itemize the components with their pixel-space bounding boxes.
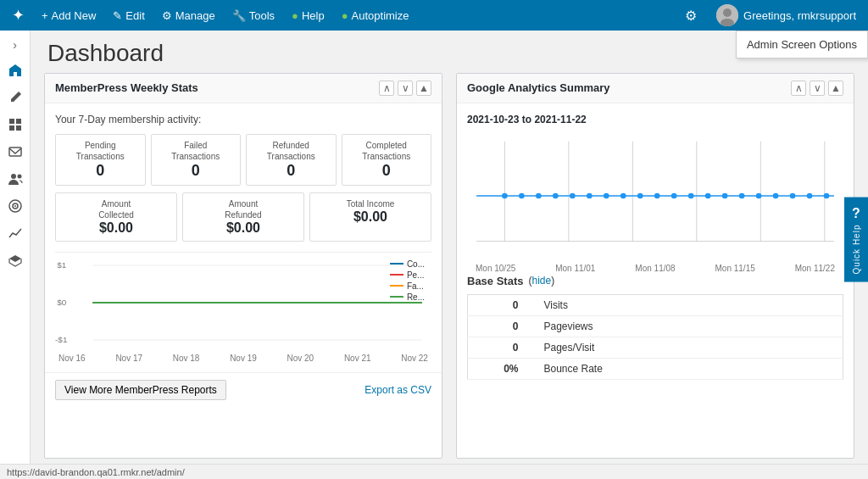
- hide-stats-link[interactable]: hide: [531, 275, 551, 287]
- ga-x-axis: Mon 10/25 Mon 11/01 Mon 11/08 Mon 11/15 …: [467, 264, 843, 273]
- stat-amount-refunded: AmountRefunded $0.00: [182, 192, 304, 242]
- google-analytics-controls: ∧ ∨ ▲: [791, 81, 843, 96]
- nav-autoptimize[interactable]: ● Autoptimize: [335, 0, 416, 31]
- svg-point-42: [671, 192, 677, 198]
- memberpress-widget: MemberPress Weekly Stats ∧ ∨ ▲ Your 7-Da…: [44, 73, 442, 459]
- stats-boxes-row1: PendingTransactions 0 FailedTransactions…: [55, 134, 431, 186]
- autoptimize-icon: ●: [342, 9, 348, 22]
- memberpress-chart: $1 $0 -$1 Co... Pe... Fa...: [55, 252, 431, 362]
- ga-chart-svg: [467, 132, 843, 259]
- svg-point-37: [587, 192, 593, 198]
- ga-close[interactable]: ▲: [828, 81, 843, 96]
- svg-rect-3: [9, 119, 14, 124]
- ga-collapse-up[interactable]: ∧: [791, 81, 806, 96]
- svg-point-48: [773, 192, 779, 198]
- table-row: 0 Visits: [468, 294, 843, 315]
- sidebar-toggle[interactable]: ›: [3, 34, 28, 56]
- export-csv-link[interactable]: Export as CSV: [364, 384, 431, 396]
- top-nav: ✦ + Add New ✎ Edit ⚙ Manage 🔧 Tools ● He…: [0, 0, 868, 31]
- nav-edit[interactable]: ✎ Edit: [106, 0, 151, 31]
- sidebar-item-courses[interactable]: [3, 248, 28, 273]
- svg-rect-6: [16, 125, 21, 131]
- greeting-text: Greetings, rmkrsupport: [743, 9, 856, 22]
- quick-help-label: Quick Help: [852, 224, 861, 274]
- stat-amount-collected: AmountCollected $0.00: [55, 192, 177, 242]
- svg-point-46: [739, 192, 745, 198]
- sidebar-item-dashboard[interactable]: [3, 58, 28, 83]
- memberpress-collapse-up[interactable]: ∧: [379, 81, 394, 96]
- svg-point-41: [654, 192, 660, 198]
- svg-rect-7: [9, 148, 21, 156]
- quick-help-icon: ?: [852, 205, 860, 220]
- memberpress-widget-footer: View More MemberPress Reports Export as …: [45, 372, 442, 407]
- google-analytics-widget: Google Analytics Summary ∧ ∨ ▲ 2021-10-2…: [456, 73, 854, 459]
- avatar: [716, 4, 738, 26]
- svg-point-1: [723, 8, 732, 17]
- status-bar: https://david-brandon.qa01.rmkr.net/admi…: [0, 464, 868, 479]
- base-stats-section: Base Stats (hide) 0 Visits 0 Pageviews: [467, 275, 843, 380]
- sidebar-item-grid[interactable]: [3, 112, 28, 137]
- memberpress-widget-controls: ∧ ∨ ▲: [379, 81, 431, 96]
- manage-icon: ⚙: [162, 9, 172, 22]
- user-menu[interactable]: Greetings, rmkrsupport: [709, 0, 863, 31]
- google-analytics-body: 2021-10-23 to 2021-11-22: [457, 103, 854, 390]
- svg-point-35: [553, 192, 559, 198]
- sidebar-item-edit[interactable]: [3, 85, 28, 110]
- svg-rect-4: [16, 119, 21, 124]
- svg-point-38: [604, 192, 609, 198]
- nav-manage[interactable]: ⚙ Manage: [155, 0, 222, 31]
- nav-help[interactable]: ● Help: [285, 0, 331, 31]
- sidebar: ›: [0, 31, 31, 479]
- nav-tools[interactable]: 🔧 Tools: [225, 0, 281, 31]
- svg-text:$1: $1: [57, 260, 67, 270]
- svg-point-36: [570, 192, 576, 198]
- plus-icon: +: [42, 9, 48, 22]
- nav-add-new[interactable]: + Add New: [35, 0, 103, 31]
- stat-total-income: Total Income $0.00: [309, 192, 431, 242]
- svg-point-12: [14, 205, 16, 207]
- ga-collapse-down[interactable]: ∨: [810, 81, 825, 96]
- table-row: 0 Pageviews: [468, 315, 843, 337]
- view-more-reports-button[interactable]: View More MemberPress Reports: [55, 380, 226, 400]
- chart-x-axis: Nov 16 Nov 17 Nov 18 Nov 19 Nov 20 Nov 2…: [55, 354, 431, 363]
- help-icon: ●: [292, 9, 298, 22]
- nav-right: ⚙ Greetings, rmkrsupport: [676, 0, 863, 31]
- svg-text:-$1: -$1: [55, 335, 68, 344]
- sidebar-item-users[interactable]: [3, 166, 28, 192]
- svg-point-49: [790, 192, 796, 198]
- svg-point-8: [11, 174, 16, 179]
- chart-legend: Co... Pe... Fa... Re...: [390, 259, 425, 302]
- settings-button[interactable]: ⚙: [676, 0, 706, 31]
- ga-chart-area: Mon 10/25 Mon 11/01 Mon 11/08 Mon 11/15 …: [467, 132, 843, 268]
- svg-point-40: [637, 192, 643, 198]
- svg-point-44: [705, 192, 711, 198]
- svg-point-9: [17, 175, 21, 179]
- table-row: 0% Bounce Rate: [468, 358, 843, 379]
- main-wrapper: › Dashboard: [0, 31, 868, 479]
- svg-point-43: [688, 192, 694, 198]
- stat-failed: FailedTransactions 0: [151, 134, 242, 186]
- stats-boxes-row2: AmountCollected $0.00 AmountRefunded $0.…: [55, 192, 431, 242]
- memberpress-close[interactable]: ▲: [416, 81, 431, 96]
- svg-point-33: [519, 192, 525, 198]
- google-analytics-widget-header: Google Analytics Summary ∧ ∨ ▲: [457, 74, 854, 103]
- base-stats-table: 0 Visits 0 Pageviews 0 Pages/Visit: [467, 294, 843, 380]
- page-title: Dashboard: [47, 39, 851, 68]
- memberpress-collapse-down[interactable]: ∨: [398, 81, 413, 96]
- stat-completed: CompletedTransactions 0: [342, 134, 432, 186]
- quick-help-panel[interactable]: ? Quick Help: [844, 197, 868, 282]
- edit-icon: ✎: [113, 9, 122, 22]
- logo-item[interactable]: ✦: [5, 0, 31, 31]
- sidebar-item-target[interactable]: [3, 193, 28, 219]
- ga-date-range: 2021-10-23 to 2021-11-22: [467, 114, 843, 125]
- memberpress-widget-header: MemberPress Weekly Stats ∧ ∨ ▲: [45, 74, 442, 103]
- base-stats-header: Base Stats (hide): [467, 275, 843, 287]
- svg-point-50: [807, 192, 813, 198]
- table-row: 0 Pages/Visit: [468, 337, 843, 358]
- sidebar-item-chart[interactable]: [3, 220, 28, 246]
- sidebar-item-mail[interactable]: [3, 139, 28, 164]
- svg-rect-5: [9, 125, 14, 131]
- logo-icon: ✦: [12, 6, 25, 25]
- svg-point-47: [756, 192, 762, 198]
- svg-point-45: [722, 192, 728, 198]
